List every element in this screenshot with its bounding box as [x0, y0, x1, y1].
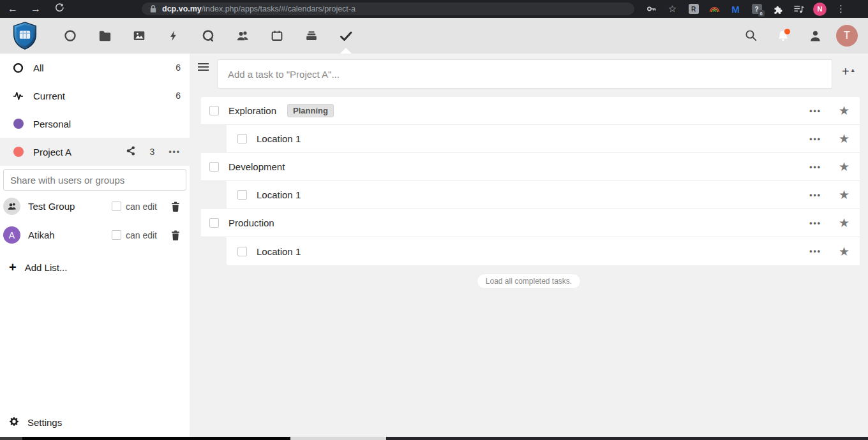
- task-count: 6: [176, 91, 181, 101]
- app-dashboard-icon[interactable]: [53, 18, 87, 54]
- subtask-row[interactable]: Location 1 ••• ★: [227, 181, 860, 209]
- sort-caret-icon: ▲: [850, 67, 856, 73]
- add-list-label: Add List...: [25, 262, 68, 273]
- group-avatar: [3, 198, 20, 215]
- task-actions-icon[interactable]: •••: [809, 135, 821, 143]
- can-edit-label: can edit: [126, 230, 157, 240]
- task-title: Production: [228, 217, 274, 228]
- list-actions-icon[interactable]: •••: [168, 147, 181, 156]
- tasks-sidebar: All 6 Current 6 Personal Project A 3 •••…: [0, 54, 190, 437]
- nextcloud-header: T: [0, 18, 868, 54]
- add-task-input[interactable]: [217, 59, 832, 89]
- sidebar-item-label: Project A: [33, 147, 71, 158]
- media-playlist-icon[interactable]: [788, 4, 809, 14]
- contacts-menu-icon[interactable]: [799, 18, 831, 54]
- task-star-icon[interactable]: ★: [839, 105, 849, 117]
- task-star-icon[interactable]: ★: [839, 217, 849, 229]
- can-edit-checkbox[interactable]: [112, 202, 121, 211]
- task-row-exploration[interactable]: Exploration Planning ••• ★: [201, 97, 860, 125]
- task-count: 6: [176, 62, 181, 73]
- task-title: Development: [228, 161, 285, 172]
- browser-toolbar: ← → dcp.vo.my/index.php/apps/tasks/#/cal…: [0, 0, 868, 18]
- task-actions-icon[interactable]: •••: [809, 163, 821, 172]
- password-key-icon[interactable]: [641, 4, 662, 14]
- badger-count-badge: 0: [758, 10, 765, 17]
- app-files-icon[interactable]: [87, 18, 122, 54]
- extensions-puzzle-icon[interactable]: [767, 4, 788, 14]
- app-calendar-icon[interactable]: [260, 18, 294, 54]
- subtask-row[interactable]: Location 1 ••• ★: [227, 237, 860, 265]
- app-menu: [53, 18, 363, 54]
- subtask-row[interactable]: Location 1 ••• ★: [227, 125, 860, 153]
- task-star-icon[interactable]: ★: [839, 246, 849, 258]
- nextcloud-logo[interactable]: [10, 21, 40, 50]
- task-star-icon[interactable]: ★: [839, 161, 849, 173]
- collapse-sidebar-icon[interactable]: [198, 63, 209, 73]
- extension-badger-icon[interactable]: ? 0: [746, 4, 767, 14]
- app-talk-icon[interactable]: [191, 18, 225, 54]
- task-actions-icon[interactable]: •••: [809, 247, 821, 256]
- sharee-name: Atikah: [28, 230, 55, 240]
- extension-r-icon[interactable]: R: [683, 4, 704, 14]
- task-title: Exploration: [228, 105, 276, 116]
- share-icon[interactable]: [126, 145, 136, 158]
- notifications-bell-icon[interactable]: [767, 18, 799, 54]
- task-star-icon[interactable]: ★: [839, 189, 849, 201]
- task-tag-badge: Planning: [287, 104, 334, 117]
- settings-button[interactable]: Settings: [0, 413, 190, 432]
- app-photos-icon[interactable]: [122, 18, 156, 54]
- browser-back-icon[interactable]: ←: [1, 0, 24, 18]
- reload-icon: [54, 3, 64, 12]
- all-circle-icon: [13, 62, 24, 73]
- project-a-color-dot: [13, 147, 24, 157]
- task-checkbox[interactable]: [237, 190, 247, 200]
- task-star-icon[interactable]: ★: [839, 133, 849, 145]
- delete-share-icon[interactable]: [171, 202, 180, 212]
- browser-forward-icon[interactable]: →: [24, 0, 47, 18]
- app-deck-icon[interactable]: [294, 18, 329, 54]
- extension-rainbow-icon[interactable]: [704, 5, 725, 13]
- delete-share-icon[interactable]: [171, 230, 180, 240]
- app-contacts-icon[interactable]: [225, 18, 260, 54]
- task-title: Location 1: [257, 189, 301, 200]
- sidebar-item-project-a[interactable]: Project A 3 •••: [0, 138, 190, 166]
- add-list-button[interactable]: + Add List...: [0, 253, 190, 281]
- task-actions-icon[interactable]: •••: [809, 219, 821, 228]
- sort-order-button[interactable]: + ▲: [842, 64, 856, 79]
- task-checkbox[interactable]: [209, 106, 219, 115]
- task-row-development[interactable]: Development ••• ★: [201, 153, 860, 181]
- share-input[interactable]: [3, 169, 186, 191]
- sidebar-item-label: Personal: [33, 119, 71, 129]
- extension-m-icon[interactable]: M: [725, 4, 746, 15]
- task-checkbox[interactable]: [237, 134, 247, 143]
- user-avatar[interactable]: T: [836, 25, 858, 47]
- task-checkbox[interactable]: [209, 218, 219, 228]
- sidebar-item-current[interactable]: Current 6: [0, 82, 190, 110]
- task-list: Exploration Planning ••• ★ Location 1 ••…: [201, 97, 860, 265]
- sidebar-item-label: All: [33, 62, 44, 73]
- task-actions-icon[interactable]: •••: [809, 106, 821, 115]
- bookmark-star-icon[interactable]: ☆: [662, 3, 683, 15]
- task-title: Location 1: [257, 246, 301, 257]
- active-app-caret: [340, 48, 352, 54]
- gear-icon: [9, 416, 19, 429]
- sidebar-item-personal[interactable]: Personal: [0, 110, 190, 138]
- atikah-avatar: A: [3, 226, 20, 244]
- browser-reload-icon[interactable]: [47, 0, 70, 18]
- sidebar-item-label: Current: [33, 91, 65, 101]
- task-title: Location 1: [257, 133, 301, 144]
- load-completed-button[interactable]: Load all completed tasks.: [477, 274, 581, 289]
- address-bar[interactable]: dcp.vo.my/index.php/apps/tasks/#/calenda…: [142, 3, 634, 15]
- search-icon[interactable]: [735, 18, 767, 54]
- plus-icon: +: [9, 261, 17, 274]
- task-row-production[interactable]: Production ••• ★: [201, 209, 860, 237]
- sidebar-item-all[interactable]: All 6: [0, 54, 190, 82]
- app-activity-icon[interactable]: [156, 18, 191, 54]
- can-edit-checkbox[interactable]: [112, 230, 121, 240]
- can-edit-label: can edit: [126, 202, 157, 212]
- browser-profile-avatar[interactable]: N: [809, 3, 830, 16]
- task-actions-icon[interactable]: •••: [809, 191, 821, 200]
- task-checkbox[interactable]: [237, 247, 247, 256]
- browser-menu-icon[interactable]: ⋮: [830, 3, 851, 15]
- task-checkbox[interactable]: [209, 162, 219, 172]
